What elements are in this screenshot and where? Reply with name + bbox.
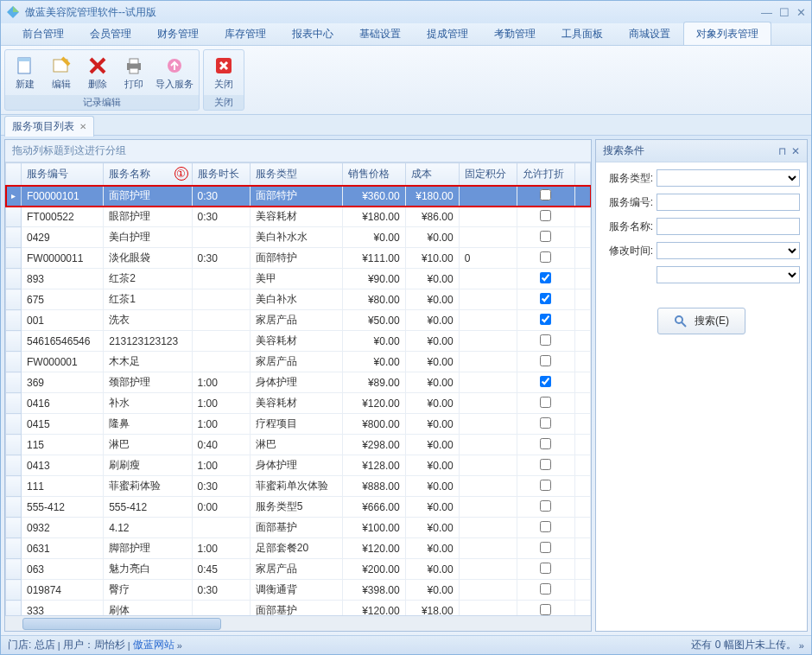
new-button[interactable]: 新建: [7, 52, 43, 93]
column-header[interactable]: 服务类型: [250, 163, 342, 186]
column-header[interactable]: 允许打折: [517, 163, 574, 186]
ribbon: 新建 编辑 删除 打印 导入服务 记录编辑 关闭 关闭: [1, 46, 811, 115]
menu-tab[interactable]: 前台管理: [10, 22, 77, 45]
column-header[interactable]: 服务编号: [22, 163, 104, 186]
menu-tab[interactable]: 对象列表管理: [683, 22, 771, 45]
table-row[interactable]: 555-412555-4120:00服务类型5¥666.00¥0.00: [6, 497, 591, 518]
modify-time-select-2[interactable]: [657, 266, 800, 283]
search-button[interactable]: 搜索(E): [657, 308, 745, 334]
table-row[interactable]: 0413刷刷瘦1:00身体护理¥128.00¥0.00: [6, 455, 591, 476]
table-row[interactable]: 0415隆鼻1:00疗程项目¥800.00¥0.00: [6, 414, 591, 435]
close-panel-icon[interactable]: ✕: [791, 145, 800, 157]
modify-time-select[interactable]: [657, 242, 800, 259]
allow-discount-checkbox[interactable]: [540, 500, 551, 512]
column-header[interactable]: 固定积分: [459, 163, 517, 186]
service-code-input[interactable]: [657, 194, 800, 211]
allow-discount-checkbox[interactable]: [540, 542, 551, 553]
menu-tab[interactable]: 商城设置: [616, 22, 683, 45]
allow-discount-checkbox[interactable]: [540, 355, 551, 366]
close-window-button[interactable]: ✕: [796, 6, 806, 19]
table-row[interactable]: 09324.12面部基护¥100.00¥0.00: [6, 518, 591, 538]
service-type-select[interactable]: [657, 169, 800, 187]
allow-discount-checkbox[interactable]: [540, 210, 551, 221]
svg-point-15: [676, 316, 682, 323]
menu-tab[interactable]: 会员管理: [77, 22, 144, 45]
app-logo-icon: [6, 5, 20, 19]
allow-discount-checkbox[interactable]: [540, 521, 551, 532]
allow-discount-checkbox[interactable]: [540, 272, 551, 283]
edit-button[interactable]: 编辑: [43, 52, 79, 93]
service-name-input[interactable]: [657, 218, 800, 235]
column-header[interactable]: 销售价格: [342, 163, 405, 186]
svg-marker-1: [13, 6, 19, 12]
allow-discount-checkbox[interactable]: [540, 334, 551, 346]
allow-discount-checkbox[interactable]: [540, 459, 551, 470]
menu-tab[interactable]: 考勤管理: [481, 22, 549, 45]
table-row[interactable]: 333刷体面部基护¥120.00¥18.00: [6, 601, 591, 616]
allow-discount-checkbox[interactable]: [540, 397, 551, 408]
allow-discount-checkbox[interactable]: [540, 293, 551, 304]
svg-rect-9: [130, 59, 138, 64]
allow-discount-checkbox[interactable]: [540, 480, 551, 491]
menu-tab[interactable]: 财务管理: [144, 22, 212, 45]
document-tab[interactable]: 服务项目列表 ✕: [4, 116, 94, 137]
maximize-button[interactable]: ☐: [779, 6, 790, 19]
allow-discount-checkbox[interactable]: [540, 314, 551, 325]
menu-tab[interactable]: 基础设置: [346, 22, 414, 45]
menu-tab[interactable]: 库存管理: [212, 22, 279, 45]
close-button[interactable]: 关闭: [206, 52, 242, 93]
table-row[interactable]: 0429美白护理美白补水水¥0.00¥0.00: [6, 227, 591, 248]
grid-panel: 拖动列标题到这进行分组 服务编号服务名称①服务时长服务类型销售价格成本固定积分允…: [4, 139, 592, 632]
table-row[interactable]: 001洗衣家居产品¥50.00¥0.00: [6, 310, 591, 331]
ribbon-group-label: 关闭: [204, 95, 244, 110]
table-row[interactable]: 115淋巴0:40淋巴¥298.00¥0.00: [6, 435, 591, 455]
table-row[interactable]: 893红茶2美甲¥90.00¥0.00: [6, 269, 591, 289]
table-row[interactable]: 019874臀疗0:30调衡通背¥398.00¥0.00: [6, 580, 591, 601]
allow-discount-checkbox[interactable]: [540, 583, 551, 595]
ribbon-group-label: 记录编辑: [5, 95, 199, 110]
horizontal-scrollbar[interactable]: [5, 615, 591, 631]
column-header[interactable]: 成本: [405, 163, 459, 186]
allow-discount-checkbox[interactable]: [540, 604, 551, 615]
table-row[interactable]: 369颈部护理1:00身体护理¥89.00¥0.00: [6, 372, 591, 393]
table-row[interactable]: ▸F00000101面部护理0:30面部特护¥360.00¥180.00: [6, 186, 591, 207]
table-row[interactable]: 54616546546213123123123美容耗材¥0.00¥0.00: [6, 331, 591, 352]
table-row[interactable]: FT000522眼部护理0:30美容耗材¥180.00¥86.00: [6, 207, 591, 227]
pin-icon[interactable]: ⊓: [778, 145, 786, 157]
menu-tab[interactable]: 提成管理: [414, 22, 481, 45]
titlebar: 傲蓝美容院管理软件--试用版 — ☐ ✕: [1, 1, 811, 23]
panel-title: 搜索条件: [603, 143, 644, 158]
column-header[interactable]: 服务时长: [192, 163, 250, 186]
group-by-hint[interactable]: 拖动列标题到这进行分组: [5, 140, 591, 162]
document-tab-bar: 服务项目列表 ✕: [1, 115, 811, 136]
import-button[interactable]: 导入服务: [152, 52, 197, 93]
menu-tab[interactable]: 工具面板: [549, 22, 616, 45]
allow-discount-checkbox[interactable]: [540, 563, 551, 574]
allow-discount-checkbox[interactable]: [540, 189, 551, 200]
table-row[interactable]: FW0000011淡化眼袋0:30面部特护¥111.00¥10.000: [6, 248, 591, 269]
statusbar: 门店: 总店 | 用户：周怡杉 | 傲蓝网站 » 还有 0 幅图片未上传。 »: [1, 635, 811, 654]
svg-rect-10: [130, 68, 138, 73]
allow-discount-checkbox[interactable]: [540, 417, 551, 429]
column-header[interactable]: 服务名称①: [104, 163, 192, 186]
print-button[interactable]: 打印: [116, 52, 152, 93]
table-row[interactable]: 675红茶1美白补水¥80.00¥0.00: [6, 289, 591, 310]
table-row[interactable]: FW000001木木足家居产品¥0.00¥0.00: [6, 352, 591, 372]
menu-tab[interactable]: 报表中心: [279, 22, 346, 45]
table-row[interactable]: 063魅力亮白0:45家居产品¥200.00¥0.00: [6, 559, 591, 580]
menubar: 前台管理会员管理财务管理库存管理报表中心基础设置提成管理考勤管理工具面板商城设置…: [1, 23, 811, 46]
allow-discount-checkbox[interactable]: [540, 376, 551, 387]
allow-discount-checkbox[interactable]: [540, 438, 551, 449]
close-tab-icon[interactable]: ✕: [79, 122, 86, 131]
data-table[interactable]: 服务编号服务名称①服务时长服务类型销售价格成本固定积分允许打折 ▸F000001…: [5, 162, 591, 615]
table-row[interactable]: 0416补水1:00美容耗材¥120.00¥0.00: [6, 393, 591, 414]
allow-discount-checkbox[interactable]: [540, 231, 551, 242]
minimize-button[interactable]: —: [761, 6, 772, 19]
table-row[interactable]: 0631脚部护理1:00足部套餐20¥120.00¥0.00: [6, 538, 591, 559]
website-link[interactable]: 傲蓝网站: [133, 638, 174, 652]
delete-button[interactable]: 删除: [79, 52, 116, 93]
allow-discount-checkbox[interactable]: [540, 251, 551, 263]
search-panel: 搜索条件 ⊓ ✕ 服务类型: 服务编号: 服务名称: 修改时间: 搜索(E): [595, 139, 808, 632]
window-title: 傲蓝美容院管理软件--试用版: [25, 5, 761, 20]
table-row[interactable]: 111菲蜜莉体验0:30菲蜜莉单次体验¥888.00¥0.00: [6, 476, 591, 497]
